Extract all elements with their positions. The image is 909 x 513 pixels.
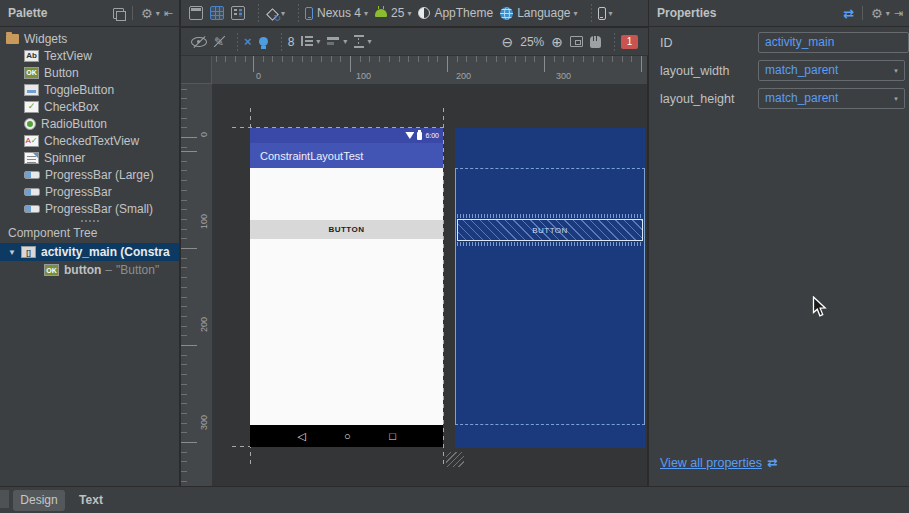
guideline-button[interactable]: ▾ [354, 35, 371, 48]
home-icon: ○ [344, 430, 351, 442]
palette-header: Palette ⚙ ▾ ⇤ [0, 0, 179, 27]
copy-icon[interactable] [113, 8, 124, 19]
align-button[interactable]: ▾ [327, 37, 347, 47]
tree-item-button[interactable]: OK button – "Button" [0, 261, 179, 279]
radiobutton-icon [24, 118, 36, 130]
default-margin-value[interactable]: 8 [288, 35, 295, 49]
palette-group-label: Widgets [24, 32, 67, 46]
palette-item-label: ProgressBar (Large) [45, 168, 154, 182]
palette-item-checkbox[interactable]: ✓ CheckBox [0, 98, 179, 115]
layout-width-dropdown[interactable]: match_parent ▼ [758, 60, 905, 81]
device-label: Nexus 4 [317, 6, 361, 20]
id-input[interactable]: activity_main [758, 32, 909, 53]
autoconnect-button[interactable] [191, 37, 207, 47]
rotate-glyph: ↻ [273, 13, 281, 23]
margin-button[interactable]: ▾ [301, 35, 320, 48]
constraintlayout-icon: [] [21, 246, 36, 258]
pan-button[interactable] [590, 36, 601, 48]
language-selector[interactable]: Language ▾ [500, 6, 577, 20]
palette-item-progressbar-small[interactable]: ProgressBar (Small) [0, 200, 179, 217]
link-arrows-icon: ⇄ [767, 456, 777, 470]
theme-selector[interactable]: AppTheme [418, 6, 493, 20]
chevron-down-icon: ▾ [364, 9, 368, 18]
checkedtextview-icon: A✓ [24, 135, 39, 147]
zoom-fit-button[interactable] [570, 36, 583, 47]
blueprint-button-widget[interactable]: BUTTON [457, 219, 643, 241]
palette-item-spinner[interactable]: Spinner [0, 149, 179, 166]
divider [591, 4, 592, 22]
device-selector[interactable]: Nexus 4 ▾ [305, 6, 368, 20]
infer-constraints-button[interactable] [259, 37, 268, 46]
battery-icon [417, 132, 422, 140]
hide-panel-icon[interactable]: ⇥ [894, 8, 903, 19]
divider [298, 4, 299, 22]
design-button-widget[interactable]: BUTTON [250, 220, 443, 239]
device-preview[interactable]: 6:00 ConstraintLayoutTest BUTTON ◁ ○ □ [250, 128, 443, 447]
design-view-icon [189, 6, 203, 20]
chevron-down-icon: ▾ [886, 9, 890, 18]
design-surface[interactable]: 6:00 ConstraintLayoutTest BUTTON ◁ ○ □ B… [212, 84, 647, 486]
eye-off-icon [191, 37, 207, 47]
ruler-label: 100 [199, 214, 209, 229]
gear-icon[interactable]: ⚙ [141, 7, 153, 20]
progressbar-icon [24, 205, 40, 213]
ruler-corner [181, 56, 212, 84]
margins-icon [301, 35, 313, 48]
tree-root-label: activity_main (Constra [41, 245, 170, 259]
palette-item-radiobutton[interactable]: RadioButton [0, 115, 179, 132]
checkbox-icon: ✓ [24, 101, 39, 113]
clear-constraints-button[interactable]: × [244, 35, 252, 48]
tab-text[interactable]: Text [68, 490, 114, 511]
show-constraints-button[interactable]: ✎ [214, 36, 224, 48]
palette-item-button[interactable]: OK Button [0, 64, 179, 81]
language-label: Language [517, 6, 570, 20]
show-blueprint-button[interactable] [210, 6, 224, 20]
top-toolbar: ↻ ▾ Nexus 4 ▾ 25 ▾ AppTheme Language ▾ ▾ [181, 0, 648, 27]
show-both-button[interactable] [231, 6, 245, 20]
expand-arrow-icon[interactable]: ▼ [8, 248, 18, 257]
swap-panel-icon[interactable]: ⇄ [843, 7, 854, 20]
error-count-badge[interactable]: 1 [621, 35, 638, 49]
tab-design[interactable]: Design [13, 490, 65, 511]
horizontal-ruler: 0 100 200 300 [212, 56, 647, 84]
palette-item-label: Button [44, 66, 79, 80]
palette-item-textview[interactable]: Ab TextView [0, 47, 179, 64]
divider [258, 4, 259, 22]
layout-height-dropdown[interactable]: match_parent ▼ [758, 88, 905, 109]
ruler-label: 200 [199, 317, 209, 332]
orientation-button[interactable]: ↻ ▾ [265, 7, 285, 20]
zoom-in-button[interactable]: ⊕ [551, 35, 563, 49]
ruler-label: 100 [356, 71, 371, 81]
tree-item-activity-main[interactable]: ▼ [] activity_main (Constra [0, 243, 179, 261]
vertical-ruler: 0 100 200 300 [181, 84, 212, 486]
palette-item-togglebutton[interactable]: ToggleButton [0, 81, 179, 98]
zoom-out-button[interactable]: ⊖ [502, 35, 514, 49]
selection-guide-right [443, 108, 444, 466]
palette-group-widgets[interactable]: Widgets [0, 30, 179, 47]
chevron-down-icon: ▾ [574, 9, 578, 18]
folder-icon [6, 34, 19, 44]
palette-item-progressbar[interactable]: ProgressBar [0, 183, 179, 200]
status-time: 6:00 [425, 132, 439, 139]
api-selector[interactable]: 25 ▾ [375, 6, 411, 20]
blueprint-view-icon [210, 6, 224, 20]
palette-item-progressbar-large[interactable]: ProgressBar (Large) [0, 166, 179, 183]
layout-height-label: layout_height [660, 89, 734, 110]
design-surface-toolbar: ✎ × 8 ▾ ▾ ▾ ⊖ 25% ⊕ 1 [181, 28, 648, 56]
palette-item-checkedtextview[interactable]: A✓ CheckedTextView [0, 132, 179, 149]
palette-item-label: ProgressBar [45, 185, 112, 199]
guideline-icon [354, 35, 364, 48]
hide-panel-icon[interactable]: ⇤ [164, 8, 173, 19]
ruler-label: 0 [199, 132, 209, 137]
variant-selector[interactable]: ▾ [598, 7, 613, 20]
resize-handle[interactable] [446, 452, 464, 467]
show-design-button[interactable] [189, 6, 203, 20]
blueprint-view[interactable]: BUTTON [455, 128, 645, 448]
view-all-properties-link[interactable]: View all properties⇄ [660, 455, 777, 470]
gear-icon[interactable]: ⚙ [871, 7, 883, 20]
recents-icon: □ [389, 430, 396, 442]
ruler-label: 300 [556, 71, 571, 81]
divider [132, 6, 133, 20]
chevron-down-icon: ▾ [407, 9, 411, 18]
theme-label: AppTheme [434, 6, 493, 20]
